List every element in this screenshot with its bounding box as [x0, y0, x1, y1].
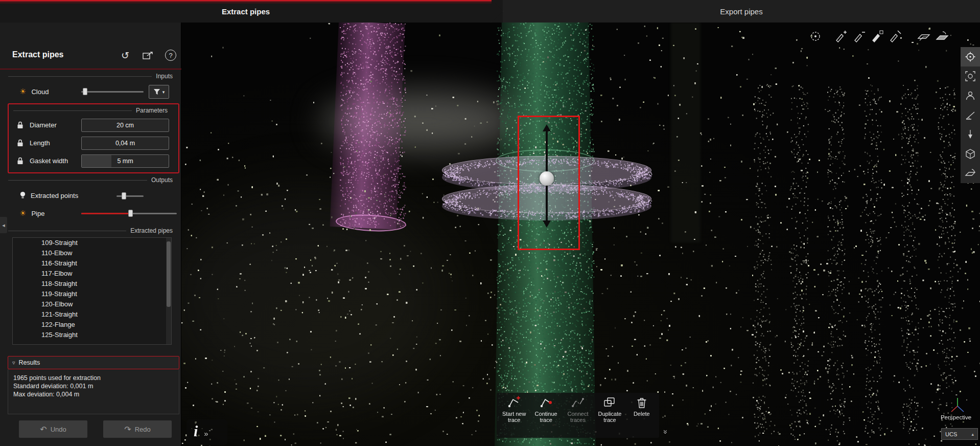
info-icon: i — [194, 419, 198, 443]
filter-funnel-icon — [153, 88, 160, 95]
trace-toolbar-collapse[interactable]: » — [662, 430, 670, 434]
axis-gizmo[interactable] — [949, 396, 966, 416]
ucs-dropdown-icon: ▴ — [971, 432, 974, 437]
plumb-tool[interactable] — [961, 125, 980, 144]
extracted-points-slider-thumb[interactable] — [122, 192, 126, 199]
cloud-opacity-slider-thumb[interactable] — [83, 88, 87, 95]
box-view-icon — [965, 148, 976, 160]
lock-icon[interactable] — [17, 121, 24, 131]
help-button[interactable]: ? — [164, 48, 178, 62]
continue-trace-icon — [539, 396, 553, 409]
results-stddev-line: Standard deviation: 0,001 m — [13, 382, 174, 390]
start-new-trace-icon — [507, 396, 521, 409]
undo-button[interactable]: ↶ Undo — [19, 420, 87, 438]
diameter-field[interactable]: 20 cm — [81, 119, 169, 132]
panel-collapse-handle[interactable]: ◂ — [0, 217, 7, 233]
point-cloud-canvas[interactable] — [181, 23, 980, 446]
list-scrollbar[interactable] — [166, 238, 171, 344]
parameter-label: Length — [30, 139, 50, 147]
box-view-tool[interactable] — [961, 144, 980, 164]
list-item[interactable]: 125-Straight — [13, 330, 171, 340]
projection-mode-label[interactable]: Perspective — [933, 414, 979, 420]
list-item[interactable]: 122-Flange — [13, 320, 171, 330]
pipe-color-slider[interactable] — [81, 213, 177, 214]
connect-traces-button[interactable]: Connect traces — [563, 396, 593, 436]
pipe-slider-thumb[interactable] — [128, 210, 133, 217]
info-tab[interactable]: i » — [186, 419, 227, 445]
section-inputs: Inputs — [8, 73, 173, 80]
pen-stroke-icon — [888, 30, 901, 42]
parameter-row-diameter: Diameter 20 cm — [0, 119, 181, 132]
ucs-label: UCS — [945, 431, 957, 437]
delete-trace-button[interactable]: Delete — [626, 396, 657, 436]
parameter-label: Diameter — [30, 121, 57, 129]
list-item[interactable]: 119-Straight — [13, 289, 171, 299]
pen-select-add-tool[interactable] — [833, 29, 848, 44]
tab-extract-pipes-label: Extract pipes — [222, 7, 270, 16]
gasket-width-value: 5 mm — [117, 158, 133, 165]
extracted-points-slider[interactable] — [116, 195, 144, 197]
lock-icon[interactable] — [17, 139, 24, 149]
continue-trace-button[interactable]: Continue trace — [530, 396, 561, 436]
info-expand-icon[interactable]: » — [204, 429, 208, 438]
diameter-value: 20 cm — [116, 122, 134, 129]
results-header[interactable]: ▿ Results — [8, 356, 179, 369]
redo-icon: ↷ — [124, 425, 131, 434]
export-button[interactable] — [141, 48, 155, 62]
section-extracted-pipes: Extracted pipes — [8, 227, 173, 234]
panel-accent-line — [0, 69, 181, 70]
pen-select-stroke-tool[interactable] — [887, 29, 902, 44]
step-chevron — [492, 0, 503, 23]
delete-trace-label: Delete — [634, 411, 650, 417]
focus-tool[interactable] — [961, 66, 980, 86]
select-outside-tool[interactable] — [935, 29, 950, 44]
cloud-filter-button[interactable]: ▾ — [149, 85, 169, 99]
duplicate-trace-button[interactable]: Duplicate trace — [594, 396, 625, 436]
list-item[interactable]: 117-Elbow — [13, 269, 171, 279]
gasket-width-field[interactable]: 5 mm — [81, 154, 169, 168]
lock-icon[interactable] — [17, 157, 24, 167]
navigation-toolbar — [961, 47, 980, 183]
trace-toolbar: Start new trace Continue trace Connect t… — [497, 393, 659, 438]
first-person-tool[interactable] — [961, 86, 980, 105]
plane-flip-tool[interactable] — [961, 164, 980, 183]
cloud-opacity-slider[interactable] — [81, 91, 144, 93]
section-outputs: Outputs — [8, 176, 173, 184]
orbit-tool[interactable] — [961, 47, 980, 66]
viewport-3d[interactable]: Start new trace Continue trace Connect t… — [181, 23, 980, 446]
pen-select-fill-tool[interactable] — [869, 29, 884, 44]
cloud-visibility-icon[interactable]: ☀ — [19, 87, 26, 96]
parameter-row-gasket-width: Gasket width 5 mm — [0, 154, 181, 168]
circle-select-tool[interactable] — [808, 29, 823, 44]
bulb-icon[interactable] — [19, 191, 26, 199]
select-inside-tool[interactable] — [916, 29, 931, 44]
list-item[interactable]: 120-Elbow — [13, 299, 171, 309]
extracted-pipes-list[interactable]: 109-Straight 110-Elbow 116-Straight 117-… — [12, 237, 172, 345]
redo-label: Redo — [135, 426, 151, 433]
redo-button[interactable]: ↷ Redo — [103, 420, 172, 438]
progress-accent-line — [0, 0, 492, 2]
pen-add-icon — [834, 30, 847, 42]
start-new-trace-button[interactable]: Start new trace — [499, 396, 529, 436]
pipe-visibility-icon[interactable]: ☀ — [19, 209, 26, 218]
drag-handle-sphere[interactable] — [540, 171, 554, 186]
list-scrollbar-thumb[interactable] — [167, 241, 171, 307]
results-collapse-icon: ▿ — [12, 360, 15, 366]
reset-icon: ↺ — [121, 50, 129, 61]
tab-extract-pipes[interactable]: Extract pipes — [0, 0, 492, 23]
length-field[interactable]: 0,04 m — [81, 137, 169, 150]
slope-measure-tool[interactable] — [961, 105, 980, 125]
connect-traces-icon — [571, 396, 585, 409]
pipe-slider-fill — [81, 213, 130, 214]
tab-export-pipes[interactable]: Export pipes — [503, 0, 980, 23]
pen-select-remove-tool[interactable] — [851, 29, 867, 44]
ucs-selector[interactable]: UCS ▴ — [941, 428, 978, 440]
list-item[interactable]: 110-Elbow — [13, 248, 171, 258]
workflow-bar: Extract pipes Export pipes — [0, 0, 980, 23]
reset-button[interactable]: ↺ — [118, 48, 132, 62]
list-item[interactable]: 118-Straight — [13, 279, 171, 289]
list-item[interactable]: 109-Straight — [13, 238, 171, 248]
parameter-label: Gasket width — [30, 157, 68, 165]
list-item[interactable]: 116-Straight — [13, 258, 171, 269]
list-item[interactable]: 121-Straight — [13, 309, 171, 320]
